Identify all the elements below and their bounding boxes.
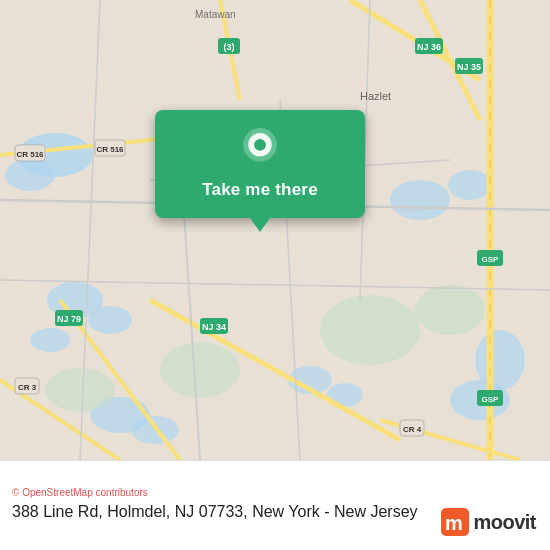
svg-text:m: m xyxy=(445,512,463,534)
svg-point-4 xyxy=(88,306,132,334)
svg-point-2 xyxy=(5,159,55,191)
location-popup: Take me there xyxy=(155,110,365,218)
info-bar: © OpenStreetMap contributors 388 Line Rd… xyxy=(0,460,550,550)
svg-point-15 xyxy=(415,285,485,335)
moovit-m-icon: m xyxy=(441,508,469,536)
openstreetmap-credit: © OpenStreetMap contributors xyxy=(12,487,538,498)
map-svg: NJ 36 NJ 35 CR 516 CR 516 NJ 79 NJ 34 CR… xyxy=(0,0,550,460)
svg-text:NJ 36: NJ 36 xyxy=(417,42,441,52)
map-area: NJ 36 NJ 35 CR 516 CR 516 NJ 79 NJ 34 CR… xyxy=(0,0,550,460)
svg-point-16 xyxy=(160,342,240,398)
svg-text:NJ 79: NJ 79 xyxy=(57,314,81,324)
svg-point-17 xyxy=(45,368,115,412)
take-me-there-button[interactable]: Take me there xyxy=(202,180,318,200)
svg-text:GSP: GSP xyxy=(482,395,500,404)
svg-text:(3): (3) xyxy=(224,42,235,52)
svg-text:CR 3: CR 3 xyxy=(18,383,37,392)
svg-point-6 xyxy=(390,180,450,220)
svg-point-7 xyxy=(448,170,492,200)
svg-text:NJ 35: NJ 35 xyxy=(457,62,481,72)
svg-text:CR 4: CR 4 xyxy=(403,425,422,434)
svg-text:GSP: GSP xyxy=(482,255,500,264)
location-pin-icon xyxy=(239,128,281,170)
svg-text:CR 516: CR 516 xyxy=(16,150,44,159)
svg-point-5 xyxy=(30,328,70,352)
svg-text:Matawan: Matawan xyxy=(195,9,236,20)
svg-text:CR 516: CR 516 xyxy=(96,145,124,154)
svg-point-62 xyxy=(254,139,266,151)
moovit-label: moovit xyxy=(473,511,536,534)
svg-text:Hazlet: Hazlet xyxy=(360,90,391,102)
svg-point-14 xyxy=(320,295,420,365)
svg-text:NJ 34: NJ 34 xyxy=(202,322,226,332)
moovit-logo: m moovit xyxy=(441,508,536,536)
